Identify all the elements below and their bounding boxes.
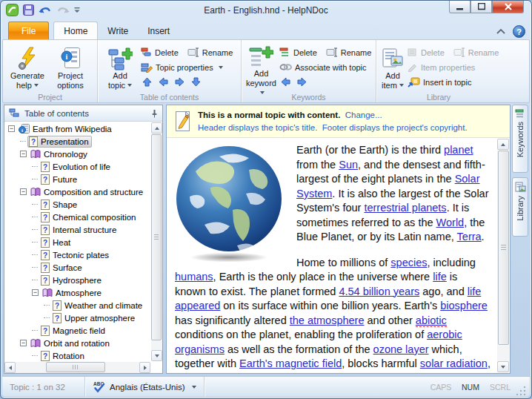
toc-tree-item[interactable]: ?Rotation	[6, 349, 150, 361]
toc-tree-item[interactable]: ?Weather and climate	[6, 299, 150, 311]
scroll-right-icon[interactable]	[139, 362, 150, 373]
collapse-icon[interactable]: −	[20, 151, 27, 157]
tree-connector	[32, 242, 38, 243]
toc-tree-item[interactable]: −Orbit and rotation	[6, 337, 150, 349]
topic-link[interactable]: the atmosphere	[290, 314, 365, 326]
side-tab-library[interactable]: Library	[512, 177, 528, 237]
associate-with-topic-button[interactable]: Associate with topic	[279, 61, 367, 73]
rename-keyword-button[interactable]: Rename	[326, 46, 372, 59]
earth-image[interactable]	[175, 145, 287, 268]
topic-link[interactable]: ozone layer	[373, 343, 429, 355]
footer-settings-link[interactable]: Footer displays the project's copyright.	[322, 123, 468, 132]
toc-tree-item[interactable]: ?Magnetic field	[6, 324, 150, 337]
topic-properties-button[interactable]: Topic properties	[141, 61, 223, 73]
editor-scroll-thumb[interactable]	[498, 151, 509, 345]
editor-text: Home to millions of	[296, 257, 390, 268]
change-topic-kind-link[interactable]: Change...	[345, 111, 382, 119]
generate-help-button[interactable]: Generate help	[7, 44, 47, 90]
header-settings-link[interactable]: Header displays the topic's title.	[198, 123, 317, 132]
dropdown-arrow	[127, 84, 132, 87]
toc-tree-item[interactable]: ?Heat	[6, 236, 150, 248]
topic-link[interactable]: humans	[175, 271, 213, 283]
toc-tree-item[interactable]: ?Upper atmosphere	[6, 311, 150, 324]
topic-link[interactable]: Sun	[339, 159, 358, 171]
topic-link[interactable]: solar radiation	[420, 357, 488, 369]
scroll-down-icon[interactable]	[151, 350, 162, 361]
toc-hscroll-thumb[interactable]	[46, 362, 105, 372]
ribbon-group-keywords: Add keyword Delete Rename	[242, 40, 376, 102]
resize-grip[interactable]	[516, 385, 527, 395]
side-tab-keywords[interactable]: Keywords	[512, 105, 528, 173]
ribbon-group-toc: Add topic Delete Rename	[98, 40, 242, 102]
topic-link[interactable]: 4.54 billion years	[339, 286, 419, 297]
scroll-up-icon[interactable]	[497, 139, 509, 150]
toc-tree-item[interactable]: −Chronology	[6, 148, 150, 160]
topic-link[interactable]: life	[433, 271, 447, 283]
add-item-button[interactable]: Add item	[381, 44, 405, 90]
topic-link[interactable]: terrestrial planets	[364, 202, 446, 214]
topic-editor[interactable]: Earth (or the Earth) is the third planet…	[167, 139, 497, 372]
toc-tree-item[interactable]: ?Evolution of life	[6, 160, 150, 173]
topic-link[interactable]: abiotic	[416, 314, 447, 327]
move-topic-left-button[interactable]	[159, 76, 168, 88]
topic-link[interactable]: Earth's magnetic field	[239, 357, 342, 369]
tab-insert[interactable]: Insert	[138, 22, 179, 40]
tab-home[interactable]: Home	[53, 22, 98, 41]
delete-keyword-button[interactable]: Delete	[279, 46, 317, 59]
topic-link[interactable]: physical properties of the Earth	[305, 372, 453, 373]
toc-tree-item[interactable]: ?Internal structure	[6, 223, 150, 236]
rename-topic-button[interactable]: Rename	[187, 46, 233, 59]
delete-item-button[interactable]: Delete	[408, 46, 445, 59]
collapse-icon[interactable]: −	[20, 340, 27, 346]
language-selector[interactable]: ABC Anglais (États-Unis)	[85, 377, 205, 397]
collapse-ribbon-icon[interactable]	[496, 29, 505, 34]
toc-tree-item[interactable]: ?Surface	[6, 261, 150, 274]
close-button[interactable]	[492, 1, 524, 13]
help-button[interactable]: ?	[513, 25, 525, 38]
insert-in-topic-button[interactable]: Insert in topic	[408, 76, 471, 88]
toc-tree-item[interactable]: −Atmosphere	[6, 286, 150, 299]
delete-topic-button[interactable]: Delete	[141, 46, 179, 59]
add-topic-button[interactable]: Add topic	[102, 44, 138, 90]
toc-tree-item[interactable]: ?Hydrosphere	[6, 274, 150, 286]
tab-write[interactable]: Write	[98, 22, 138, 40]
toc-tree-item[interactable]: ?Presentation	[6, 135, 150, 148]
project-options-button[interactable]: i Project options	[50, 44, 90, 90]
move-keyword-left-button[interactable]	[281, 76, 290, 88]
move-topic-down-button[interactable]	[191, 76, 201, 88]
editor-vertical-scrollbar[interactable]	[497, 139, 509, 372]
topic-link[interactable]: Terra	[457, 231, 482, 243]
rename-item-button[interactable]: Rename	[453, 46, 499, 59]
toc-tree-item[interactable]: −iEarth from Wikipedia	[6, 122, 150, 135]
toc-vertical-scrollbar[interactable]	[151, 122, 162, 361]
collapse-icon[interactable]: −	[32, 289, 39, 296]
topic-link[interactable]: World	[436, 217, 465, 228]
topic-link[interactable]: planet	[444, 144, 473, 156]
collapse-icon[interactable]: −	[8, 125, 15, 132]
pin-icon[interactable]	[151, 109, 158, 118]
toc-tree-item[interactable]: ?Tectonic plates	[6, 248, 150, 261]
topic-link[interactable]: biosphere	[440, 300, 488, 311]
scroll-up-icon[interactable]	[151, 122, 162, 133]
collapse-icon[interactable]: −	[20, 188, 27, 195]
minimize-button[interactable]	[449, 1, 471, 13]
window-controls	[449, 1, 524, 13]
move-topic-up-button[interactable]	[142, 76, 152, 88]
scroll-down-icon[interactable]	[497, 361, 509, 372]
maximize-button[interactable]	[471, 1, 492, 13]
add-keyword-button[interactable]: Add keyword	[246, 44, 276, 90]
move-topic-right-button[interactable]	[175, 76, 184, 88]
move-keyword-right-button[interactable]	[297, 76, 307, 88]
svg-text:?: ?	[43, 213, 47, 221]
topic-link[interactable]: species	[390, 257, 427, 268]
tab-file[interactable]: File	[8, 22, 49, 40]
scroll-left-icon[interactable]	[4, 362, 16, 373]
toc-scroll-thumb[interactable]	[151, 134, 162, 340]
toc-tree-item[interactable]: −Composition and structure	[6, 185, 150, 198]
toc-horizontal-scrollbar[interactable]	[4, 362, 150, 373]
editor-text: and other	[365, 314, 416, 326]
item-properties-button[interactable]: Item properties	[408, 61, 475, 73]
toc-tree-item[interactable]: ?Chemical composition	[6, 211, 150, 223]
toc-tree-item[interactable]: ?Future	[6, 173, 150, 185]
toc-tree-item[interactable]: ?Shape	[6, 198, 150, 211]
